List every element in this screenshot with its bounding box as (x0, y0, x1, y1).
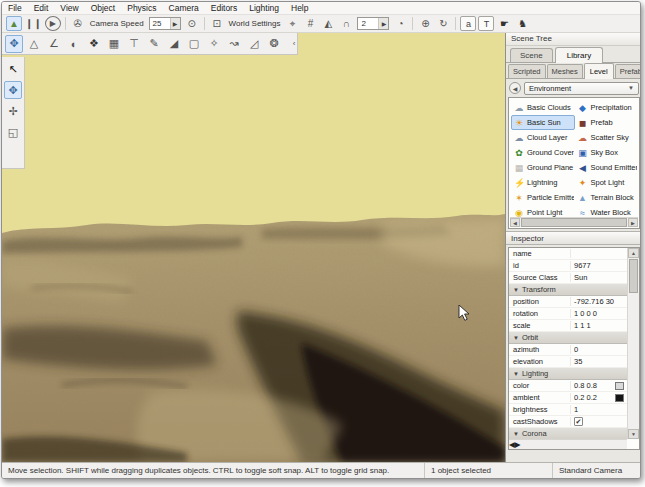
color-swatch[interactable] (615, 394, 624, 402)
dropdown-arrow-icon[interactable]: ▶ (378, 18, 388, 29)
snap-size-dropdown[interactable]: 2 ▶ (357, 17, 389, 30)
library-item-scatter-sky[interactable]: ☁ Scatter Sky (575, 130, 639, 145)
inspector-row-ambient[interactable]: ambient 0.2 0.2 (509, 392, 627, 404)
library-horizontal-scrollbar[interactable]: ◀ ▶ (510, 217, 638, 227)
inspector-row-name[interactable]: name (509, 248, 627, 260)
camera-button[interactable]: ✇ (70, 16, 86, 31)
text-toggle-button[interactable]: T (478, 16, 494, 31)
color-swatch[interactable] (615, 382, 624, 390)
visibility-button[interactable]: ⊙ (184, 16, 200, 31)
terrain-snap-button[interactable]: ◭ (320, 16, 336, 31)
world-editor-button[interactable]: ▲ (6, 16, 22, 31)
add-object-button[interactable]: ⊕ (417, 16, 433, 31)
library-item-lightning[interactable]: ⚡ Lightning (511, 175, 575, 190)
inspector-row-color[interactable]: color 0.8 0.8 (509, 380, 627, 392)
tab-scripted[interactable]: Scripted (508, 64, 546, 78)
scroll-up-icon[interactable]: ▲ (628, 248, 639, 258)
checkbox[interactable]: ✔ (574, 417, 583, 426)
inspector-row-brightness[interactable]: brightness 1 (509, 404, 627, 416)
menu-editors[interactable]: Editors (205, 2, 243, 15)
inspector-section-lighting[interactable]: ▼ Lighting (509, 368, 627, 380)
texture-tool-button[interactable]: ▦ (105, 35, 123, 53)
inspector-section-corona[interactable]: ▼ Corona (509, 428, 627, 439)
smooth-tool-button[interactable]: ↝ (225, 35, 243, 53)
scroll-right-icon[interactable]: ▶ (628, 218, 638, 227)
navigation-wheel-button[interactable]: ❂ (265, 35, 283, 53)
inspector-row-rotation[interactable]: rotation 1 0 0 0 (509, 308, 627, 320)
3d-viewport[interactable] (2, 33, 505, 462)
dropdown-arrow-icon[interactable]: ▶ (170, 18, 180, 29)
scroll-right-icon[interactable]: ▶ (515, 440, 521, 449)
tab-level[interactable]: Level (584, 63, 614, 79)
shield-tool-button[interactable]: ❖ (85, 35, 103, 53)
flock-tool-button[interactable]: ♞ (514, 16, 530, 31)
back-button[interactable]: ◀ (509, 82, 521, 94)
play-button[interactable]: ▶ (45, 16, 61, 31)
toolbar-overflow-button[interactable]: ‹ (285, 35, 303, 53)
scroll-left-icon[interactable]: ◀ (510, 218, 520, 227)
inspector-row-azimuth[interactable]: azimuth 0 (509, 344, 627, 356)
menu-camera[interactable]: Camera (163, 2, 205, 15)
menu-lighting[interactable]: Lighting (243, 2, 285, 15)
inspector-section-orbit[interactable]: ▼ Orbit (509, 332, 627, 344)
scale-tool-button[interactable]: ◱ (4, 123, 22, 141)
inspector-row-elevation[interactable]: elevation 35 (509, 356, 627, 368)
pan-tool-button[interactable]: ✢ (4, 102, 22, 120)
brush-tool-button[interactable]: ✎ (145, 35, 163, 53)
library-item-sound-emitter[interactable]: ◀ Sound Emitter (575, 160, 639, 175)
inspector-row-scale[interactable]: scale 1 1 1 (509, 320, 627, 332)
magnet-snap-button[interactable]: ∩ (338, 16, 354, 31)
ramp-tool-button[interactable]: ◢ (165, 35, 183, 53)
bounds-toggle-button[interactable]: a (460, 16, 476, 31)
library-item-spot-light[interactable]: ✦ Spot Light (575, 175, 639, 190)
select-tool-button[interactable]: ↖ (4, 60, 22, 78)
grid-snap-button[interactable]: # (302, 16, 318, 31)
menu-object[interactable]: Object (85, 2, 122, 15)
tab-meshes[interactable]: Meshes (547, 64, 583, 78)
inspector-vertical-scrollbar[interactable]: ▲ ▼ (627, 248, 639, 439)
slope-tool-button[interactable]: ◿ (245, 35, 263, 53)
render-mode-button[interactable]: ◔ (392, 16, 408, 31)
scrollbar-thumb[interactable] (629, 259, 638, 293)
path-tool-button[interactable]: ↻ (435, 16, 451, 31)
gui-editor-button[interactable]: ❙❙ (24, 16, 43, 31)
inspector-section-transform[interactable]: ▼ Transform (509, 284, 627, 296)
move-tool-button[interactable]: ✥ (4, 81, 22, 99)
scroll-down-icon[interactable]: ▼ (628, 429, 639, 439)
axis-gizmo-button[interactable]: ✥ (5, 35, 23, 53)
menu-file[interactable]: File (2, 2, 28, 15)
tab-library[interactable]: Library (555, 47, 603, 63)
library-item-ground-cover[interactable]: ✿ Ground Cover (511, 145, 575, 160)
menu-view[interactable]: View (54, 2, 84, 15)
hand-tool-button[interactable]: ☛ (496, 16, 512, 31)
inspector-horizontal-scrollbar[interactable]: ◀ ▶ (509, 439, 627, 449)
inspector-row-castshadows[interactable]: castShadows ✔ (509, 416, 627, 428)
library-item-terrain-block[interactable]: ▲ Terrain Block (575, 190, 639, 205)
menu-edit[interactable]: Edit (28, 2, 55, 15)
soft-snap-button[interactable]: ⌖ (284, 16, 300, 31)
library-item-cloud-layer[interactable]: ☁ Cloud Layer (511, 130, 575, 145)
terrain-editor-button[interactable]: △ (25, 35, 43, 53)
menu-physics[interactable]: Physics (121, 2, 162, 15)
camera-speed-dropdown[interactable]: 25 ▶ (149, 17, 181, 30)
library-item-precipitation[interactable]: ◆ Precipitation (575, 100, 639, 115)
tab-scene[interactable]: Scene (510, 48, 553, 62)
scrollbar-thumb[interactable] (521, 218, 627, 227)
category-dropdown[interactable]: Environment ▼ (524, 82, 639, 95)
inspector-row-id[interactable]: id 9677 (509, 260, 627, 272)
tab-prefabs[interactable]: Prefabs (615, 64, 641, 78)
stamp-tool-button[interactable]: ⊤ (125, 35, 143, 53)
material-sphere-button[interactable]: ◐ (65, 35, 83, 53)
menu-help[interactable]: Help (285, 2, 314, 15)
magic-wand-button[interactable]: ✧ (205, 35, 223, 53)
inspector-row-source-class[interactable]: Source Class Sun (509, 272, 627, 284)
marquee-select-button[interactable]: ▢ (185, 35, 203, 53)
library-item-sky-box[interactable]: ▣ Sky Box (575, 145, 639, 160)
inspector-row-position[interactable]: position -792.716 30 (509, 296, 627, 308)
library-item-ground-plane[interactable]: ▦ Ground Plane (511, 160, 575, 175)
frame-selection-button[interactable]: ⊡ (209, 16, 225, 31)
angle-tool-button[interactable]: ∠ (45, 35, 63, 53)
library-item-prefab[interactable]: ◼ Prefab (575, 115, 639, 130)
library-item-basic-sun[interactable]: ☀ Basic Sun (511, 115, 575, 130)
library-item-particle-emitter[interactable]: ✶ Particle Emitter (511, 190, 575, 205)
